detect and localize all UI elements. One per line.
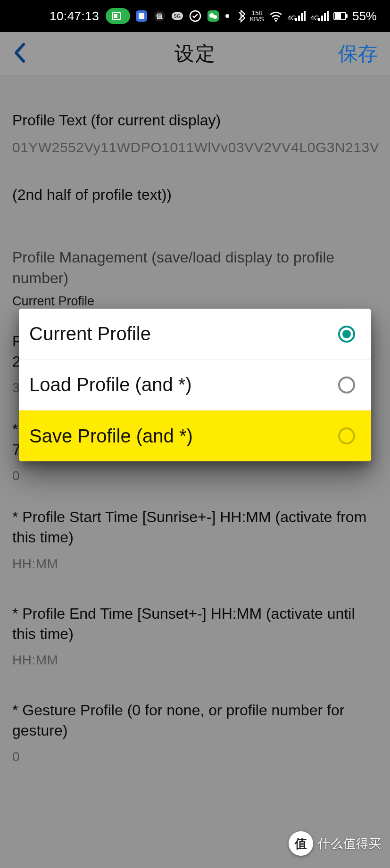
profile-mgmt-section: Profile Management (save/load display to… (12, 247, 378, 308)
status-bar: 10:47:13 值 5G (0, 0, 390, 32)
app-bar: 设定 保存 (0, 32, 390, 75)
profile-mgmt-label: Profile Management (save/load display to… (12, 247, 378, 288)
battery-icon (333, 12, 348, 20)
watermark-text: 什么值得买 (318, 835, 382, 852)
screen: 10:47:13 值 5G (0, 0, 390, 868)
svg-text:值: 值 (156, 12, 163, 20)
gesture-label: * Gesture Profile (0 for none, or profil… (12, 700, 378, 741)
end-time-label: * Profile End Time [Sunset+-] HH:MM (act… (12, 604, 378, 644)
watermark-badge: 值 (289, 831, 313, 856)
dialog-option-current-profile[interactable]: Current Profile (19, 309, 371, 360)
start-time-label: * Profile Start Time [Sunrise+-] HH:MM (… (12, 507, 378, 548)
radio-unselected-icon (338, 377, 355, 393)
svg-point-11 (213, 15, 217, 19)
svg-point-12 (275, 20, 277, 22)
svg-rect-3 (139, 13, 144, 19)
gesture-value[interactable]: 0 (12, 748, 378, 765)
svg-rect-14 (335, 13, 341, 19)
page-title: 设定 (0, 41, 390, 67)
signal-bars-2 (318, 11, 329, 21)
profile-text-label: Profile Text (for current display) (12, 110, 378, 131)
wifi-icon (269, 10, 283, 22)
watermark: 值 什么值得买 (289, 831, 382, 856)
radio-selected-icon (338, 326, 355, 343)
notification-dot (225, 14, 229, 18)
svg-text:5G: 5G (174, 13, 181, 19)
second-half-section: (2nd half of profile text)) (12, 185, 378, 205)
wechat-icon (207, 9, 220, 23)
battery-pct: 55% (352, 9, 377, 24)
dialog-option-label: Current Profile (29, 323, 151, 344)
dialog-option-label: Load Profile (and *) (29, 374, 192, 395)
current-profile-value[interactable]: Current Profile (12, 294, 378, 309)
svg-rect-15 (346, 14, 348, 18)
net-speed: 158 KB/S (250, 10, 264, 22)
gesture-section: * Gesture Profile (0 for none, or profil… (12, 700, 378, 766)
checkmark-icon (189, 9, 202, 23)
profile-select-dialog: Current Profile Load Profile (and *) Sav… (19, 309, 371, 461)
app-icon-1 (135, 9, 148, 23)
end-time-value[interactable]: HH:MM (12, 652, 378, 669)
save-button[interactable]: 保存 (338, 41, 378, 67)
start-time-section: * Profile Start Time [Sunrise+-] HH:MM (… (12, 507, 378, 573)
second-half-label: (2nd half of profile text)) (12, 185, 378, 205)
hidden-value-2: 0 (12, 467, 378, 484)
svg-rect-1 (114, 14, 117, 18)
profile-text-value[interactable]: 01YW2552Vy11WDPO1011WlVv03VV2VV4L0G3N213… (12, 138, 378, 156)
end-time-section: * Profile End Time [Sunset+-] HH:MM (act… (12, 604, 378, 669)
radio-unselected-icon (338, 427, 355, 444)
app-icon-2: 值 (153, 9, 166, 23)
dialog-option-save-profile[interactable]: Save Profile (and *) (19, 410, 371, 461)
dialog-option-load-profile[interactable]: Load Profile (and *) (19, 360, 371, 410)
clock: 10:47:13 (50, 9, 99, 24)
network-5g-icon: 5G (171, 9, 184, 23)
profile-text-section: Profile Text (for current display) 01YW2… (12, 110, 378, 156)
start-time-value[interactable]: HH:MM (12, 556, 378, 573)
status-bar-right: 158 KB/S 4G 4G 55% (223, 9, 377, 24)
signal-bars-1 (295, 11, 306, 21)
screen-record-pill (106, 8, 130, 24)
bluetooth-icon (237, 9, 245, 23)
dialog-option-label: Save Profile (and *) (29, 426, 193, 447)
status-bar-left: 10:47:13 值 5G (50, 8, 220, 24)
